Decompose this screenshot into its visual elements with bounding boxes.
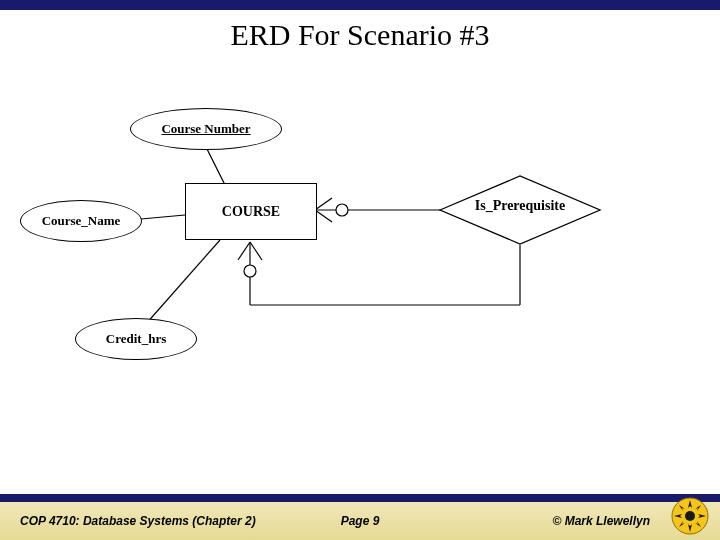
attr-course-name: Course_Name [20, 200, 142, 242]
ucf-logo-icon [668, 494, 712, 538]
footer-page-number: Page 9 [341, 514, 380, 528]
slide: ERD For Scenario #3 [0, 0, 720, 540]
svg-point-20 [685, 511, 695, 521]
svg-line-8 [238, 242, 250, 260]
attr-course-number-label: Course Number [161, 121, 250, 137]
footer-course-info: COP 4710: Database Systems (Chapter 2) [20, 514, 256, 528]
svg-point-10 [244, 265, 256, 277]
relationship-label: Is_Prerequisite [440, 198, 600, 214]
attr-course-number: Course Number [130, 108, 282, 150]
erd-connectors [20, 70, 700, 440]
svg-line-2 [315, 210, 332, 222]
footer-accent-bar [0, 494, 720, 502]
slide-title: ERD For Scenario #3 [0, 18, 720, 52]
entity-course: COURSE [185, 183, 317, 240]
top-accent-bar [0, 0, 720, 10]
footer-body: COP 4710: Database Systems (Chapter 2) P… [0, 502, 720, 540]
footer: COP 4710: Database Systems (Chapter 2) P… [0, 494, 720, 540]
connector-credit-hrs [145, 240, 220, 325]
attr-credit-hrs: Credit_hrs [75, 318, 197, 360]
svg-line-1 [315, 198, 332, 210]
svg-point-4 [336, 204, 348, 216]
attr-course-name-label: Course_Name [42, 213, 121, 229]
connector-course-number [205, 145, 225, 185]
rel-line-bottom [238, 242, 520, 305]
erd-diagram: Course Number Course_Name Credit_hrs COU… [20, 70, 700, 440]
svg-line-9 [250, 242, 262, 260]
rel-line-top [315, 198, 440, 222]
entity-course-label: COURSE [222, 204, 280, 220]
attr-credit-hrs-label: Credit_hrs [106, 331, 166, 347]
footer-copyright: © Mark Llewellyn [552, 514, 650, 528]
